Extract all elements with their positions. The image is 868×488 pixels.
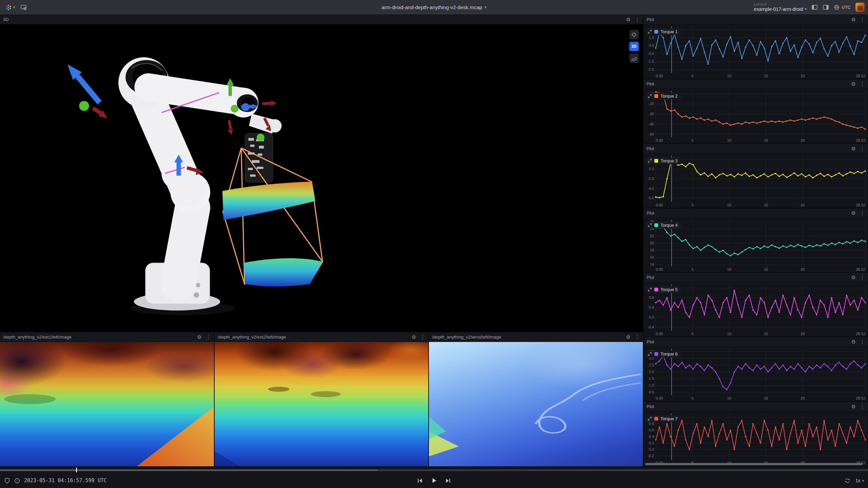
seek-loaded-region [0, 469, 378, 471]
plot-legend[interactable]: Torque 2 [646, 93, 681, 100]
camera-panel-header[interactable]: /depth_anything_v2/wrist/left/image ⚙ ⋮ [429, 332, 643, 342]
more-options-icon[interactable]: ⋮ [635, 334, 640, 340]
loop-button[interactable] [844, 477, 851, 484]
panel-3d-header[interactable]: 3D ⚙ ⋮ [0, 15, 643, 24]
svg-text:-2.0: -2.0 [648, 177, 654, 181]
skip-forward-icon [445, 477, 451, 484]
camera-topic: /depth_anything_v2/wrist/left/image [432, 334, 501, 340]
seek-playhead[interactable] [76, 468, 77, 472]
svg-text:1.5: 1.5 [649, 377, 654, 381]
plot-panel-header[interactable]: Plot ⚙ ⋮ [644, 273, 868, 282]
svg-text:28.52: 28.52 [856, 203, 865, 207]
plot-panel-header[interactable]: Plot ⚙ ⋮ [644, 402, 868, 411]
seek-forward-button[interactable] [445, 477, 451, 484]
settings-gear-icon[interactable]: ⚙ [626, 17, 631, 22]
plot-panel-header[interactable]: Plot ⚙ ⋮ [644, 208, 868, 218]
app-menu-button[interactable]: ▾ [3, 3, 17, 12]
sidebar-scrollbar[interactable] [645, 463, 863, 465]
plot-legend[interactable]: Torque 1 [646, 28, 681, 35]
plot-legend[interactable]: Torque 5 [646, 286, 681, 293]
plot-body: 1.00.80.60.40.20.0-0.20.00510152028.52 T… [644, 411, 868, 466]
depth-image-wrist[interactable] [429, 342, 643, 466]
app-window: ▾ arm-droid-and-depth-anything-v2-desk.m… [0, 0, 868, 488]
plot-panel-header[interactable]: Plot ⚙ ⋮ [644, 79, 868, 89]
plot-panel-header[interactable]: Plot ⚙ ⋮ [644, 337, 868, 347]
camera-panel-header[interactable]: /depth_anything_v2/ext1/left/image ⚙ ⋮ [0, 332, 214, 342]
svg-text:2.0: 2.0 [649, 370, 654, 374]
more-options-icon[interactable]: ⋮ [860, 339, 865, 344]
svg-text:20: 20 [801, 396, 805, 400]
depth-image-ext2[interactable] [215, 342, 429, 466]
settings-gear-icon[interactable]: ⚙ [851, 17, 856, 22]
more-options-icon[interactable]: ⋮ [860, 81, 865, 86]
more-options-icon[interactable]: ⋮ [860, 275, 865, 280]
plot-panel-header[interactable]: Plot ⚙ ⋮ [644, 15, 868, 24]
viewport-3d[interactable]: 3D [0, 24, 643, 332]
svg-text:20: 20 [801, 74, 805, 78]
depth-image-ext1[interactable] [0, 342, 214, 466]
settings-gear-icon[interactable]: ⚙ [851, 404, 856, 409]
right-sidebar-toggle[interactable] [823, 4, 829, 11]
playback-speed-button[interactable]: 1x ▾ [855, 478, 864, 483]
problems-button[interactable] [4, 477, 10, 484]
svg-text:10: 10 [727, 267, 731, 271]
plot-panel-title: Plot [647, 404, 654, 409]
svg-text:20: 20 [801, 267, 805, 271]
seek-backward-button[interactable] [417, 477, 423, 484]
plot-panel-title: Plot [647, 146, 654, 151]
avatar[interactable] [855, 3, 865, 12]
layout-label: LAYOUT [754, 3, 767, 6]
layout-selector[interactable]: LAYOUT example-017-arm-droid ▾ [754, 3, 807, 12]
sync-camera-button[interactable] [629, 30, 639, 39]
series-label: Torque 7 [660, 416, 678, 421]
globe-icon [834, 4, 840, 10]
settings-gear-icon[interactable]: ⚙ [851, 210, 856, 216]
settings-gear-icon[interactable]: ⚙ [851, 81, 856, 86]
svg-text:0.4: 0.4 [649, 434, 654, 439]
timezone-button[interactable]: UTC [834, 4, 851, 10]
svg-text:0.00: 0.00 [656, 74, 663, 78]
more-options-icon[interactable]: ⋮ [420, 334, 425, 340]
svg-text:16: 16 [650, 255, 654, 259]
settings-gear-icon[interactable]: ⚙ [851, 339, 856, 344]
more-options-icon[interactable]: ⋮ [206, 334, 211, 340]
plot-panel-header[interactable]: Plot ⚙ ⋮ [644, 144, 868, 154]
plot-panel: Plot ⚙ ⋮ -10-20-30-40-500.00510152028.52… [644, 79, 868, 144]
settings-gear-icon[interactable]: ⚙ [851, 275, 856, 280]
playback-timestamp: 2023-05-31 04:16:57.599 UTC [24, 477, 107, 484]
seek-bar[interactable] [0, 466, 868, 473]
more-options-icon[interactable]: ⋮ [860, 146, 865, 151]
camera-panel-header[interactable]: /depth_anything_v2/ext2/left/image ⚙ ⋮ [215, 332, 429, 342]
open-data-source-button[interactable] [20, 4, 27, 11]
more-options-icon[interactable]: ⋮ [635, 17, 640, 22]
crosshair-icon [631, 32, 637, 37]
svg-text:15: 15 [764, 267, 768, 271]
plot-legend[interactable]: Torque 4 [646, 222, 681, 229]
more-options-icon[interactable]: ⋮ [860, 17, 865, 22]
plot-body: 1.20.80.40.0-0.40.00510152028.52 Torque … [644, 282, 868, 337]
chevron-down-icon: ▾ [805, 7, 807, 11]
info-button[interactable] [14, 478, 20, 484]
series-color-swatch [654, 94, 658, 98]
settings-gear-icon[interactable]: ⚙ [851, 146, 856, 151]
settings-gear-icon[interactable]: ⚙ [197, 334, 201, 340]
measure-tool-button[interactable] [629, 54, 639, 63]
svg-text:28.52: 28.52 [856, 396, 865, 400]
series-label: Torque 2 [660, 94, 678, 99]
plot-legend[interactable]: Torque 3 [646, 157, 681, 164]
play-button[interactable] [431, 477, 437, 484]
source-title-button[interactable]: arm-droid-and-depth-anything-v2-desk.mca… [381, 4, 486, 10]
plot-legend[interactable]: Torque 6 [646, 350, 681, 358]
plot-body: 262422201816140.00510152028.52 Torque 4 [644, 218, 868, 272]
3d-mode-toggle[interactable]: 3D [629, 42, 639, 51]
more-options-icon[interactable]: ⋮ [860, 210, 865, 216]
svg-text:5: 5 [691, 138, 693, 142]
play-icon [431, 477, 437, 484]
panel-3d-title: 3D [3, 17, 9, 22]
more-options-icon[interactable]: ⋮ [860, 404, 865, 409]
camera-topic: /depth_anything_v2/ext2/left/image [218, 334, 286, 340]
plot-legend[interactable]: Torque 7 [646, 415, 681, 422]
settings-gear-icon[interactable]: ⚙ [626, 334, 631, 340]
left-sidebar-toggle[interactable] [811, 4, 818, 11]
settings-gear-icon[interactable]: ⚙ [412, 334, 416, 340]
